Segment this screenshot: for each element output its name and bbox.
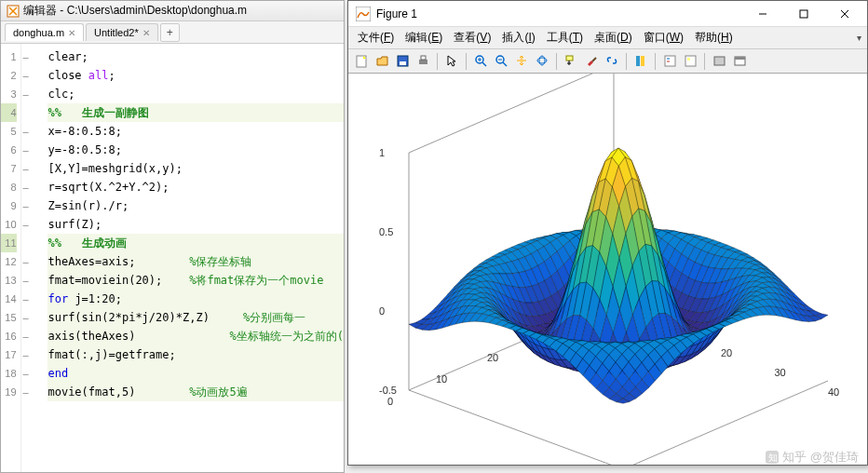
svg-text:0: 0 bbox=[387, 396, 393, 407]
code-line[interactable]: %% 生成一副静图 bbox=[47, 103, 344, 122]
code-line[interactable]: y=-8:0.5:8; bbox=[47, 141, 344, 159]
code-line[interactable]: r=sqrt(X.^2+Y.^2); bbox=[47, 178, 344, 196]
tab-donghua[interactable]: donghua.m ✕ bbox=[5, 23, 84, 41]
tab-label: donghua.m bbox=[13, 27, 64, 38]
tab-untitled2[interactable]: Untitled2* ✕ bbox=[86, 23, 158, 41]
code-line[interactable]: theAxes=axis; %保存坐标轴 bbox=[47, 252, 344, 271]
code-area[interactable]: 12345678910111213141516171819 ––––––––––… bbox=[1, 44, 344, 472]
dock-icon[interactable] bbox=[730, 52, 749, 71]
pointer-icon[interactable] bbox=[442, 52, 461, 71]
watermark: 知 知乎 @贺佳琦 bbox=[766, 449, 859, 466]
svg-line-15 bbox=[503, 62, 507, 66]
colorbar-icon[interactable] bbox=[631, 52, 650, 71]
svg-rect-8 bbox=[419, 60, 427, 64]
svg-rect-24 bbox=[636, 56, 640, 66]
open-icon[interactable] bbox=[373, 52, 391, 71]
svg-text:0.5: 0.5 bbox=[379, 226, 393, 237]
matlab-figure-icon bbox=[356, 7, 371, 21]
legend-icon[interactable] bbox=[660, 52, 679, 71]
menu-item-v[interactable]: 查看(V) bbox=[450, 28, 495, 47]
brush-icon[interactable] bbox=[582, 52, 601, 71]
code-line[interactable]: %% 生成动画 bbox=[47, 234, 344, 252]
figure-title: Figure 1 bbox=[376, 7, 742, 20]
svg-text:知: 知 bbox=[768, 453, 778, 463]
svg-text:10: 10 bbox=[436, 373, 447, 385]
tab-label: Untitled2* bbox=[94, 27, 139, 38]
menu-item-e[interactable]: 编辑(E) bbox=[401, 28, 446, 47]
breakpoint-gutter[interactable]: ––––––––––––––––– bbox=[21, 44, 34, 472]
code-line[interactable]: x=-8:0.5:8; bbox=[47, 122, 344, 141]
svg-text:0: 0 bbox=[379, 305, 385, 317]
editor-title-text: 编辑器 - C:\Users\admin\Desktop\donghua.m bbox=[23, 3, 247, 19]
svg-line-39 bbox=[409, 74, 614, 153]
svg-text:30: 30 bbox=[774, 367, 785, 378]
minimize-button[interactable] bbox=[742, 1, 783, 27]
maximize-button[interactable] bbox=[783, 1, 824, 27]
code-line[interactable]: Z=sin(r)./r; bbox=[47, 196, 344, 215]
figure-menubar: 文件(F)编辑(E)查看(V)插入(I)工具(T)桌面(D)窗口(W)帮助(H)… bbox=[348, 27, 867, 49]
add-tab-button[interactable]: + bbox=[160, 23, 180, 42]
svg-rect-31 bbox=[714, 57, 725, 65]
figure-titlebar[interactable]: Figure 1 bbox=[348, 1, 867, 27]
hide-icon[interactable] bbox=[710, 52, 728, 71]
save-icon[interactable] bbox=[393, 52, 412, 71]
svg-rect-9 bbox=[421, 56, 426, 60]
svg-rect-26 bbox=[665, 56, 675, 66]
code-line[interactable]: clear; bbox=[47, 47, 344, 66]
code-line[interactable]: clc; bbox=[47, 85, 344, 103]
menu-item-i[interactable]: 插入(I) bbox=[498, 28, 538, 47]
code-line[interactable]: fmat=moviein(20); %将fmat保存为一个movie bbox=[47, 271, 344, 290]
window-controls bbox=[742, 1, 865, 27]
code-line[interactable]: close all; bbox=[47, 66, 344, 85]
figure-window: Figure 1 文件(F)编辑(E)查看(V)插入(I)工具(T)桌面(D)窗… bbox=[347, 0, 868, 466]
code-line[interactable]: surf(Z); bbox=[47, 215, 344, 234]
zoom-in-icon[interactable] bbox=[471, 52, 490, 71]
svg-rect-7 bbox=[400, 61, 406, 65]
svg-rect-4 bbox=[800, 10, 807, 18]
menu-overflow-icon[interactable]: ▾ bbox=[857, 33, 861, 43]
svg-text:-0.5: -0.5 bbox=[379, 385, 397, 396]
pan-icon[interactable] bbox=[512, 52, 531, 71]
close-icon[interactable]: ✕ bbox=[142, 28, 150, 38]
svg-line-11 bbox=[482, 62, 486, 66]
editor-window: 编辑器 - C:\Users\admin\Desktop\donghua.m d… bbox=[0, 0, 345, 473]
svg-text:20: 20 bbox=[487, 352, 498, 363]
code-line[interactable]: movie(fmat,5) %动画放5遍 bbox=[47, 383, 344, 401]
editor-tabs: donghua.m ✕ Untitled2* ✕ + bbox=[1, 21, 344, 44]
menu-item-d[interactable]: 桌面(D) bbox=[590, 28, 636, 47]
figure-toolbar bbox=[348, 49, 867, 74]
code-line[interactable]: end bbox=[47, 364, 344, 383]
svg-rect-25 bbox=[641, 56, 644, 66]
menu-item-t[interactable]: 工具(T) bbox=[543, 28, 587, 47]
new-icon[interactable] bbox=[352, 52, 371, 71]
rotate3d-icon[interactable] bbox=[533, 52, 551, 71]
plot-area[interactable]: -0.500.51010203040010203040 bbox=[348, 74, 867, 465]
svg-line-34 bbox=[409, 390, 623, 465]
svg-text:40: 40 bbox=[828, 386, 839, 398]
svg-point-17 bbox=[520, 59, 523, 62]
menu-item-f[interactable]: 文件(F) bbox=[354, 28, 398, 47]
svg-rect-30 bbox=[687, 58, 690, 61]
svg-rect-33 bbox=[735, 57, 745, 60]
code-line[interactable]: axis(theAxes) %坐标轴统一为之前的( bbox=[47, 327, 344, 345]
editor-app-icon bbox=[7, 5, 20, 18]
zoom-out-icon[interactable] bbox=[492, 52, 510, 71]
datacursor-icon[interactable] bbox=[562, 52, 580, 71]
annotate-icon[interactable] bbox=[681, 52, 699, 71]
link-icon[interactable] bbox=[603, 52, 621, 71]
menu-item-w[interactable]: 窗口(W) bbox=[640, 28, 687, 47]
close-button[interactable] bbox=[824, 1, 865, 27]
code-line[interactable]: for j=1:20; bbox=[47, 290, 344, 308]
print-icon[interactable] bbox=[414, 52, 432, 71]
editor-titlebar: 编辑器 - C:\Users\admin\Desktop\donghua.m bbox=[1, 1, 344, 21]
code-line[interactable]: [X,Y]=meshgrid(x,y); bbox=[47, 159, 344, 178]
svg-text:20: 20 bbox=[721, 347, 732, 358]
line-number-gutter: 12345678910111213141516171819 bbox=[1, 44, 21, 472]
menu-item-h[interactable]: 帮助(H) bbox=[691, 28, 737, 47]
svg-text:1: 1 bbox=[379, 147, 385, 158]
svg-rect-20 bbox=[566, 56, 573, 61]
code-text[interactable]: clear;close all;clc;%% 生成一副静图x=-8:0.5:8;… bbox=[33, 44, 344, 472]
code-line[interactable]: fmat(:,j)=getframe; bbox=[47, 345, 344, 364]
code-line[interactable]: surf(sin(2*pi*j/20)*Z,Z) %分别画每一 bbox=[47, 308, 344, 327]
close-icon[interactable]: ✕ bbox=[68, 28, 75, 38]
